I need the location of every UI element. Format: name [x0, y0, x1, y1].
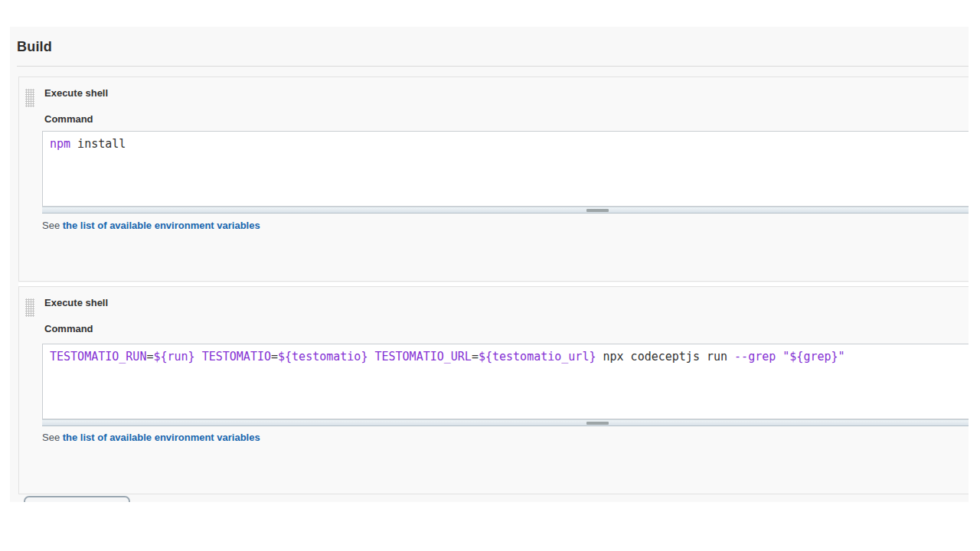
code-line: TESTOMATIO_RUN=${run} TESTOMATIO=${testo… [50, 350, 969, 364]
section-divider [17, 66, 969, 67]
command-editor[interactable]: TESTOMATIO_RUN=${run} TESTOMATIO=${testo… [42, 344, 969, 419]
resize-grip-icon [586, 209, 609, 212]
env-vars-link[interactable]: the list of available environment variab… [63, 432, 260, 443]
page-title: Build [17, 39, 52, 55]
add-build-step-button[interactable] [24, 496, 130, 502]
env-vars-help: See the list of available environment va… [42, 220, 260, 231]
drag-handle-icon[interactable] [25, 89, 34, 107]
command-label: Command [44, 323, 93, 334]
resize-handle[interactable] [42, 419, 969, 426]
build-config-panel: Build Execute shell Command npm install … [10, 27, 969, 502]
drag-handle-icon[interactable] [25, 298, 34, 317]
env-vars-help-prefix: See [42, 220, 63, 231]
resize-grip-icon [586, 422, 609, 425]
build-step-title: Execute shell [44, 297, 108, 308]
resize-handle[interactable] [42, 207, 969, 214]
command-label: Command [44, 113, 93, 125]
env-vars-help: See the list of available environment va… [42, 432, 260, 443]
env-vars-help-prefix: See [42, 432, 63, 443]
build-step-card: Execute shell Command TESTOMATIO_RUN=${r… [18, 286, 969, 494]
code-line: npm install [50, 137, 969, 151]
build-step-title: Execute shell [44, 87, 108, 99]
command-editor[interactable]: npm install [42, 131, 969, 207]
env-vars-link[interactable]: the list of available environment variab… [63, 220, 260, 231]
build-step-card: Execute shell Command npm install See th… [18, 77, 969, 282]
